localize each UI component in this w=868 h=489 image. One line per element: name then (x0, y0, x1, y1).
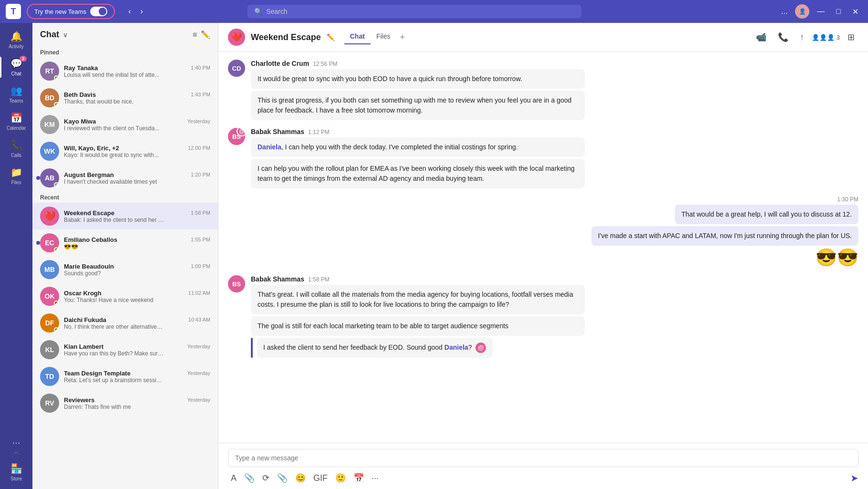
send-button[interactable]: ➤ (850, 472, 858, 484)
attach-button[interactable]: 📎 (241, 471, 258, 485)
online-indicator (54, 247, 59, 252)
sidebar-item-store[interactable]: 🏪 Store (10, 459, 22, 485)
video-call-button[interactable]: 📹 (752, 30, 770, 44)
sidebar-item-teams[interactable]: 👥 Teams (0, 81, 32, 107)
message-time: 1:58 PM (308, 276, 330, 283)
sidebar-item-chat[interactable]: 2 💬 Chat (0, 54, 32, 80)
chat-main-title: Weekend Escape (251, 32, 321, 42)
toggle-switch[interactable] (90, 7, 107, 16)
sidebar-item-files[interactable]: 📁 Files (0, 163, 32, 189)
chat-name: Will, Kayo, Eric, +2 (64, 145, 119, 152)
audio-call-button[interactable]: 📞 (774, 30, 792, 44)
add-tab-button[interactable]: + (396, 31, 409, 44)
chat-name: Weekend Escape (64, 209, 114, 217)
online-indicator (54, 182, 59, 187)
chat-info: Ray Tanaka 1:40 PM Louisa will send the … (64, 64, 210, 78)
chat-item-daichi[interactable]: DF Daichi Fukuda 10:43 AM No, I think th… (32, 310, 218, 336)
more-toolbar-button[interactable]: ··· (369, 471, 382, 485)
sidebar-item-activity[interactable]: 🔔 Activity (0, 27, 32, 53)
search-bar[interactable]: 🔍 (248, 5, 581, 18)
chat-preview: No, I think there are other alternatives… (64, 323, 164, 330)
message-bubble: This is great progress, if you both can … (251, 91, 585, 120)
message-sender: Babak Shammas (251, 128, 304, 135)
sidebar-item-more[interactable]: ··· ··· (10, 433, 22, 459)
recent-section-label: Recent (32, 191, 218, 203)
avatar: BD (40, 88, 59, 107)
chat-item-marie[interactable]: MB Marie Beaudouin 1:00 PM Sounds good? (32, 256, 218, 283)
members-count: 👤👤👤 3 (812, 34, 840, 41)
chat-time: 10:43 AM (188, 317, 210, 323)
message-row: BS Babak Shammas 1:58 PM That's great. I… (228, 275, 858, 358)
teams-logo: T (6, 4, 21, 19)
teams-icon: 👥 (10, 85, 22, 96)
chat-name: August Bergman (64, 171, 114, 178)
chat-preview: Sounds good? (64, 270, 164, 277)
sidebar-item-label: Teams (9, 98, 23, 104)
chat-details-button[interactable]: ⊞ (844, 30, 858, 44)
chat-item-kian[interactable]: KL Kian Lambert Yesterday Have you ran t… (32, 336, 218, 363)
chat-item-weekend[interactable]: ❤️ Weekend Escape 1:58 PM Babak: I asked… (32, 203, 218, 229)
search-input[interactable] (266, 8, 575, 15)
chat-panel: Chat ∨ ≡ ✏️ Pinned RT Ray Tanaka 1:40 PM… (32, 23, 218, 489)
chat-item-ray[interactable]: RT Ray Tanaka 1:40 PM Louisa will send t… (32, 58, 218, 84)
emoji-message: 😎😎 (816, 248, 858, 268)
meet-button[interactable]: 📅 (351, 471, 367, 485)
sidebar-item-calendar[interactable]: 📅 Calendar (0, 108, 32, 135)
chat-preview: Louisa will send the initial list of att… (64, 72, 164, 78)
user-avatar[interactable]: 👤 (795, 4, 809, 19)
search-icon: 🔍 (254, 8, 262, 15)
chat-name: Ray Tanaka (64, 64, 98, 72)
chat-time: Yesterday (187, 370, 210, 376)
sticker-button[interactable]: 🙂 (332, 471, 349, 485)
try-new-teams-button[interactable]: Try the new Teams (27, 4, 115, 19)
chat-item-will[interactable]: WK Will, Kayo, Eric, +2 12:00 PM Kayo: I… (32, 138, 218, 165)
chat-name: Beth Davis (64, 91, 96, 98)
chat-item-team-design[interactable]: TD Team Design Template Yesterday Reta: … (32, 363, 218, 390)
back-arrow[interactable]: ‹ (124, 5, 134, 18)
share-screen-button[interactable]: ↑ (796, 31, 808, 44)
gif-button[interactable]: GIF (310, 471, 331, 485)
more-options-button[interactable]: ... (777, 5, 791, 18)
calendar-icon: 📅 (10, 112, 22, 124)
chat-item-kayo[interactable]: KM Kayo Miwa Yesterday I reviewed with t… (32, 111, 218, 138)
paperclip-button[interactable]: 📎 (274, 471, 290, 485)
minimize-button[interactable]: — (813, 5, 828, 18)
chevron-down-icon[interactable]: ∨ (63, 31, 68, 39)
chat-name: Kayo Miwa (64, 118, 96, 125)
titlebar: T Try the new Teams ‹ › 🔍 ... 👤 — □ ✕ (0, 0, 868, 23)
mention-badge: @ (475, 343, 486, 353)
online-indicator (54, 75, 59, 80)
online-indicator (54, 102, 59, 107)
forward-arrow[interactable]: › (136, 5, 146, 18)
edit-icon[interactable]: ✏️ (327, 33, 335, 41)
chat-name: Daichi Fukuda (64, 316, 106, 323)
filter-button[interactable]: ≡ (193, 30, 197, 39)
new-chat-button[interactable]: ✏️ (201, 30, 210, 39)
avatar: RT (40, 62, 59, 81)
chat-time: 11:02 AM (188, 290, 210, 296)
chat-info: Team Design Template Yesterday Reta: Let… (64, 370, 210, 384)
message-bubble: It would be great to sync with you both … (251, 69, 585, 89)
chat-item-reviewers[interactable]: RV Reviewers Yesterday Darren: Thats fin… (32, 390, 218, 416)
emoji-button[interactable]: 😊 (292, 471, 309, 485)
chat-info: Emiliano Ceballos 1:55 PM 😎😎 (64, 236, 210, 250)
sidebar-item-calls[interactable]: 📞 Calls (0, 135, 32, 162)
maximize-button[interactable]: □ (832, 5, 845, 18)
chat-item-august[interactable]: AB August Bergman 1:20 PM I haven't chec… (32, 165, 218, 191)
chat-item-beth[interactable]: BD Beth Davis 1:43 PM Thanks, that would… (32, 84, 218, 111)
message-input-area: A 📎 ⟳ 📎 😊 GIF 🙂 📅 ··· ➤ (218, 443, 868, 489)
message-input[interactable] (228, 449, 858, 467)
mention-badge: @ (237, 128, 245, 136)
tab-files[interactable]: Files (371, 31, 396, 44)
loop-button[interactable]: ⟳ (259, 471, 272, 485)
message-bubble: I've made a start with APAC and LATAM, n… (591, 226, 858, 246)
format-button[interactable]: A (228, 471, 239, 485)
chat-item-oscar[interactable]: OK Oscar Krogh 11:02 AM You: Thanks! Hav… (32, 283, 218, 310)
chat-preview: Thanks, that would be nice. (64, 98, 164, 105)
tab-chat[interactable]: Chat (344, 31, 371, 44)
chat-preview: You: Thanks! Have a nice weekend (64, 297, 164, 303)
chat-name: Oscar Krogh (64, 290, 102, 297)
close-button[interactable]: ✕ (848, 5, 862, 18)
chat-info: Kian Lambert Yesterday Have you ran this… (64, 343, 210, 357)
chat-item-emiliano[interactable]: EC Emiliano Ceballos 1:55 PM 😎😎 (32, 229, 218, 256)
